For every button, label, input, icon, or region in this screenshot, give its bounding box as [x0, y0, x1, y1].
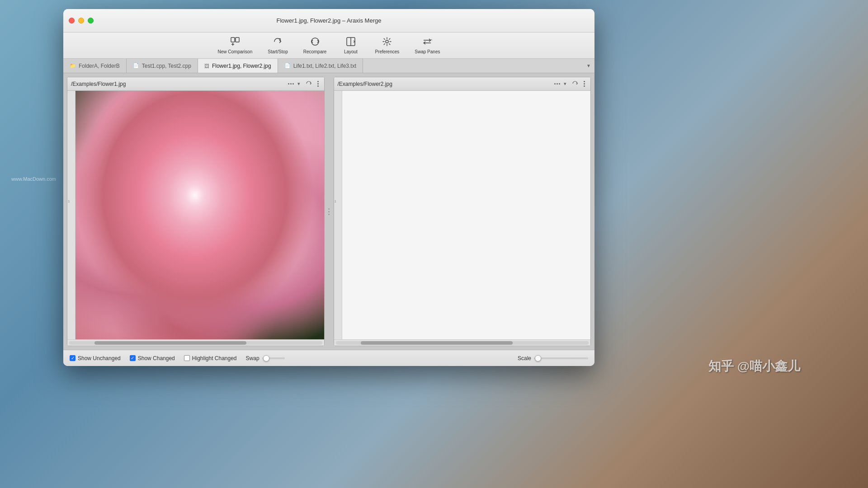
left-ruler-vertical: 1 [67, 91, 75, 339]
right-pane-body: 1 [334, 91, 591, 339]
flower-file-icon: 🖼 [204, 63, 209, 69]
panes-container: /Examples/Flower1.jpg ▾ [63, 73, 594, 350]
divider-dots [328, 208, 330, 215]
recompare-button[interactable]: Recompare [300, 35, 330, 56]
start-stop-icon [273, 37, 283, 48]
recompare-icon [310, 37, 320, 48]
pane-divider[interactable] [327, 77, 331, 346]
start-stop-button[interactable]: Start/Stop [264, 35, 291, 56]
bottom-bar: ✓ Show Unchanged ✓ Show Changed Highligh… [63, 350, 594, 366]
start-stop-label: Start/Stop [268, 49, 288, 54]
layout-icon [346, 37, 356, 48]
watermark-right: 知乎 @喵小鑫儿 [708, 358, 800, 375]
left-pane-refresh-button[interactable] [304, 80, 314, 89]
right-pane-more-button[interactable] [582, 80, 587, 88]
swap-panes-label: Swap Panes [415, 49, 440, 54]
life-tab-label: Life1.txt, Life2.txt, Life3.txt [293, 63, 356, 69]
svg-rect-0 [231, 38, 235, 42]
cpp-file-icon: 📄 [133, 63, 139, 69]
flower-tab[interactable]: 🖼 Flower1.jpg, Flower2.jpg [198, 59, 278, 73]
recompare-label: Recompare [303, 49, 327, 54]
right-scrollbar-thumb[interactable] [361, 341, 513, 345]
highlight-changed-checkbox[interactable] [184, 355, 190, 361]
right-scrollbar-track [336, 341, 589, 345]
show-unchanged-checkbox-item[interactable]: ✓ Show Unchanged [70, 355, 121, 361]
left-pane-menu-icon[interactable] [288, 83, 294, 84]
scale-label: Scale [518, 355, 531, 361]
scale-slider-thumb[interactable] [535, 355, 541, 361]
show-changed-checkbox[interactable]: ✓ [130, 355, 136, 361]
svg-rect-1 [236, 38, 239, 42]
new-comparison-icon [230, 37, 240, 48]
watermark-left: www.MacDown.com [11, 176, 56, 182]
show-changed-checkbox-item[interactable]: ✓ Show Changed [130, 355, 175, 361]
close-button[interactable] [69, 18, 75, 23]
traffic-lights [69, 18, 94, 23]
right-scrollbar-h[interactable] [334, 339, 591, 346]
right-pane-controls: ▾ [554, 80, 587, 89]
right-pane-path: /Examples/Flower2.jpg [338, 81, 552, 87]
right-pane-menu-icon[interactable] [554, 83, 560, 84]
toolbar: New Comparison Start/Stop [63, 33, 594, 59]
right-pane-dropdown-button[interactable]: ▾ [562, 80, 568, 88]
right-ruler-vertical: 1 [334, 91, 342, 339]
window-title: Flower1.jpg, Flower2.jpg – Araxis Merge [277, 17, 382, 24]
left-pane-more-button[interactable] [316, 80, 321, 88]
main-window: Flower1.jpg, Flower2.jpg – Araxis Merge … [63, 9, 594, 366]
life-file-icon: 📄 [284, 63, 291, 69]
highlight-changed-label: Highlight Changed [192, 355, 237, 361]
layout-label: Layout [344, 49, 358, 54]
preferences-label: Preferences [375, 49, 399, 54]
flower-tab-label: Flower1.jpg, Flower2.jpg [212, 63, 271, 69]
swap-section: Swap [246, 355, 285, 361]
new-comparison-button[interactable]: New Comparison [214, 35, 256, 56]
maximize-button[interactable] [88, 18, 94, 23]
left-scrollbar-thumb[interactable] [94, 341, 246, 345]
right-pane-refresh-button[interactable] [570, 80, 580, 89]
left-pane-controls: ▾ [288, 80, 321, 89]
show-changed-label: Show Changed [138, 355, 175, 361]
show-unchanged-label: Show Unchanged [78, 355, 121, 361]
life-tab[interactable]: 📄 Life1.txt, Life2.txt, Life3.txt [278, 59, 363, 73]
left-pane-body: 1 [67, 91, 324, 339]
swap-panes-icon [422, 37, 432, 48]
minimize-button[interactable] [78, 18, 84, 23]
left-pane-dropdown-button[interactable]: ▾ [296, 80, 302, 88]
svg-point-8 [386, 40, 388, 43]
right-flower-image [342, 91, 591, 339]
tab-bar: 📁 FolderA, FolderB 📄 Test1.cpp, Test2.cp… [63, 59, 594, 73]
highlight-changed-checkbox-item[interactable]: Highlight Changed [184, 355, 237, 361]
right-image-area[interactable] [342, 91, 591, 339]
right-pane: /Examples/Flower2.jpg ▾ [334, 77, 591, 346]
swap-panes-button[interactable]: Swap Panes [411, 35, 443, 56]
left-image-area[interactable] [75, 91, 324, 339]
left-pane-header: /Examples/Flower1.jpg ▾ [67, 77, 324, 91]
left-flower-image [75, 91, 324, 339]
left-ruler-mark-1: 1 [68, 199, 70, 203]
cpp-tab[interactable]: 📄 Test1.cpp, Test2.cpp [127, 59, 198, 73]
swap-slider[interactable] [262, 357, 285, 359]
left-pane: /Examples/Flower1.jpg ▾ [67, 77, 325, 346]
right-ruler-mark-1: 1 [335, 199, 336, 203]
scale-slider[interactable] [534, 357, 588, 359]
left-pane-path: /Examples/Flower1.jpg [71, 81, 285, 87]
scale-section: Scale [518, 355, 588, 361]
folder-icon: 📁 [70, 63, 76, 69]
layout-button[interactable]: Layout [338, 35, 363, 56]
right-pane-header: /Examples/Flower2.jpg ▾ [334, 77, 591, 91]
swap-label: Swap [246, 355, 259, 361]
show-unchanged-checkbox[interactable]: ✓ [70, 355, 75, 361]
preferences-icon [382, 37, 392, 48]
left-scrollbar-h[interactable] [67, 339, 324, 346]
left-scrollbar-track [69, 341, 322, 345]
cpp-tab-label: Test1.cpp, Test2.cpp [142, 63, 191, 69]
swap-slider-thumb[interactable] [263, 355, 269, 361]
new-comparison-label: New Comparison [218, 49, 253, 54]
main-content: /Examples/Flower1.jpg ▾ [63, 73, 594, 366]
tab-dropdown-button[interactable]: ▼ [583, 59, 594, 73]
preferences-button[interactable]: Preferences [371, 35, 403, 56]
title-bar: Flower1.jpg, Flower2.jpg – Araxis Merge [63, 9, 594, 33]
folder-tab-label: FolderA, FolderB [79, 63, 120, 69]
folder-tab[interactable]: 📁 FolderA, FolderB [63, 59, 127, 73]
